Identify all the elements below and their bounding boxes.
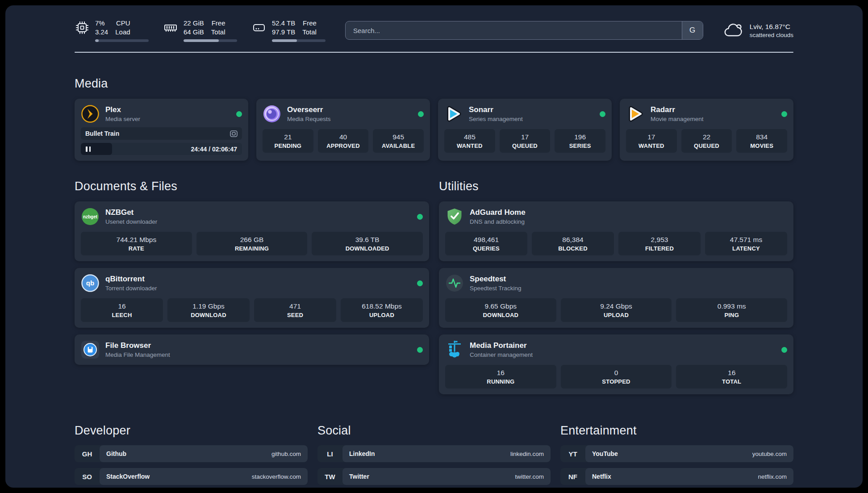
memory-progress-bar [184, 39, 237, 42]
cpu-progress-bar [95, 39, 149, 42]
stat-remaining: 266 GB REMAINING [196, 232, 308, 255]
cpu-values: 7% 3.24 [95, 19, 108, 36]
section-title-media: Media [75, 77, 793, 91]
app-subtitle: Media File Management [105, 351, 411, 358]
stat-seed: 471 SEED [254, 298, 336, 322]
app-title: NZBGet [105, 208, 411, 217]
storage-icon [251, 20, 267, 35]
stat-stopped: 0 STOPPED [561, 365, 672, 389]
stat-queued: 22 QUEUED [681, 129, 732, 153]
search-input[interactable] [346, 21, 682, 39]
bookmark-twitter[interactable]: TW Twitter twitter.com [317, 468, 551, 485]
bookmark-github[interactable]: GH Github github.com [75, 445, 308, 462]
status-online-dot [781, 111, 787, 117]
app-card-overseerr[interactable]: Overseerr Media Requests 21 PENDING 40 A… [256, 99, 430, 161]
app-card-plex[interactable]: Plex Media server Bullet Train 24:44 / 0 [75, 99, 248, 161]
status-online-dot [781, 347, 787, 353]
bookmark-abbr: YT [560, 445, 585, 462]
app-subtitle: Media Requests [287, 116, 412, 122]
storage-labels: Free Total [302, 19, 317, 36]
status-online-dot [417, 214, 423, 220]
app-title: qBittorrent [105, 275, 411, 284]
developer-section: Developer GH Github github.com SO StackO… [75, 424, 308, 488]
app-title: Plex [105, 105, 230, 114]
now-playing-title: Bullet Train [85, 130, 119, 137]
stat-total: 16 TOTAL [676, 365, 787, 389]
bookmark-url: netflix.com [758, 473, 787, 480]
app-card-radarr[interactable]: Radarr Movie management 17 WANTED 22 QUE… [620, 99, 793, 161]
app-subtitle: Usenet downloader [105, 218, 411, 225]
app-card-adguard[interactable]: AdGuard Home DNS and adblocking 498,461 … [439, 201, 793, 261]
speedtest-icon [445, 274, 464, 292]
bookmark-name: Twitter [349, 473, 369, 480]
bookmark-abbr: GH [75, 445, 100, 462]
bookmark-url: linkedin.com [510, 451, 544, 457]
app-title: Radarr [651, 105, 776, 114]
entertainment-section: Entertainment YT YouTube youtube.com NF … [560, 424, 793, 488]
section-title-social: Social [317, 424, 551, 438]
bookmark-netflix[interactable]: NF Netflix netflix.com [560, 468, 793, 485]
app-subtitle: Speedtest Tracking [470, 285, 787, 292]
stat-wanted: 485 WANTED [444, 129, 495, 153]
bookmark-name: Github [106, 450, 126, 457]
playback-progress-bar[interactable]: 24:44 / 02:06:47 [81, 143, 242, 155]
overseerr-icon [263, 104, 281, 123]
stat-series: 196 SERIES [555, 129, 605, 153]
stat-available: 945 AVAILABLE [373, 129, 424, 153]
app-card-speedtest[interactable]: Speedtest Speedtest Tracking 9.65 Gbps D… [439, 268, 793, 328]
now-playing-row: Bullet Train [81, 127, 242, 140]
stat-upload: 618.52 Mbps UPLOAD [341, 298, 423, 322]
weather-location-temp: Lviv, 16.87°C [750, 23, 793, 31]
bookmark-url: twitter.com [515, 473, 544, 480]
app-subtitle: Container management [470, 351, 776, 358]
weather-condition: scattered clouds [750, 32, 793, 38]
cpu-labels: CPU Load [115, 19, 130, 36]
sonarr-icon [444, 104, 463, 123]
section-title-developer: Developer [75, 424, 308, 438]
bookmark-name: YouTube [592, 450, 618, 457]
section-title-entertainment: Entertainment [560, 424, 793, 438]
stat-blocked: 86,384 BLOCKED [532, 232, 614, 255]
stat-queued: 17 QUEUED [500, 129, 551, 153]
bookmark-youtube[interactable]: YT YouTube youtube.com [560, 445, 793, 462]
cast-icon[interactable] [230, 130, 238, 137]
stat-latency: 47.571 ms LATENCY [705, 232, 787, 255]
header: 7% 3.24 CPU Load [75, 19, 793, 42]
pause-icon[interactable] [86, 146, 91, 152]
bookmark-abbr: NF [560, 468, 585, 485]
stat-ping: 0.993 ms PING [676, 298, 787, 322]
stat-leech: 16 LEECH [81, 298, 163, 322]
status-online-dot [600, 111, 605, 117]
stat-running: 16 RUNNING [445, 365, 556, 389]
cloud-icon [723, 22, 743, 39]
google-search-button[interactable]: G [682, 21, 703, 39]
memory-labels: Free Total [211, 19, 225, 36]
app-subtitle: Torrent downloader [105, 285, 411, 292]
app-card-sonarr[interactable]: Sonarr Series management 485 WANTED 17 Q… [438, 99, 612, 161]
bookmark-stackoverflow[interactable]: SO StackOverflow stackoverflow.com [75, 468, 308, 485]
app-subtitle: Media server [105, 116, 230, 122]
bookmark-abbr: SO [75, 468, 100, 485]
qbittorrent-icon: qb [81, 274, 100, 292]
bookmark-linkedin[interactable]: LI LinkedIn linkedin.com [317, 445, 551, 462]
svg-text:nzbget: nzbget [83, 214, 98, 219]
app-card-portainer[interactable]: Media Portainer Container management 16 … [439, 334, 793, 394]
app-title: Overseerr [287, 105, 412, 114]
search-bar: G [345, 21, 703, 40]
app-card-filebrowser[interactable]: File Browser Media File Management [75, 334, 429, 365]
stat-filtered: 2,953 FILTERED [618, 232, 701, 255]
app-subtitle: Series management [469, 116, 594, 122]
stat-approved: 40 APPROVED [318, 129, 369, 153]
stat-download: 9.65 Gbps DOWNLOAD [445, 298, 556, 322]
stat-pending: 21 PENDING [263, 129, 313, 153]
app-card-nzbget[interactable]: nzbget NZBGet Usenet downloader 744.21 M… [75, 201, 429, 261]
status-online-dot [417, 280, 423, 286]
stat-download: 1.19 Gbps DOWNLOAD [167, 298, 250, 322]
bookmark-abbr: TW [317, 468, 342, 485]
utilities-column: Utilities [439, 180, 793, 394]
app-title: File Browser [105, 341, 411, 350]
filebrowser-icon [81, 340, 100, 359]
stat-movies: 834 MOVIES [736, 129, 787, 153]
storage-values: 52.4 TB 97.9 TB [272, 19, 295, 36]
app-card-qbittorrent[interactable]: qb qBittorrent Torrent downloader 16 LEE… [75, 268, 429, 328]
